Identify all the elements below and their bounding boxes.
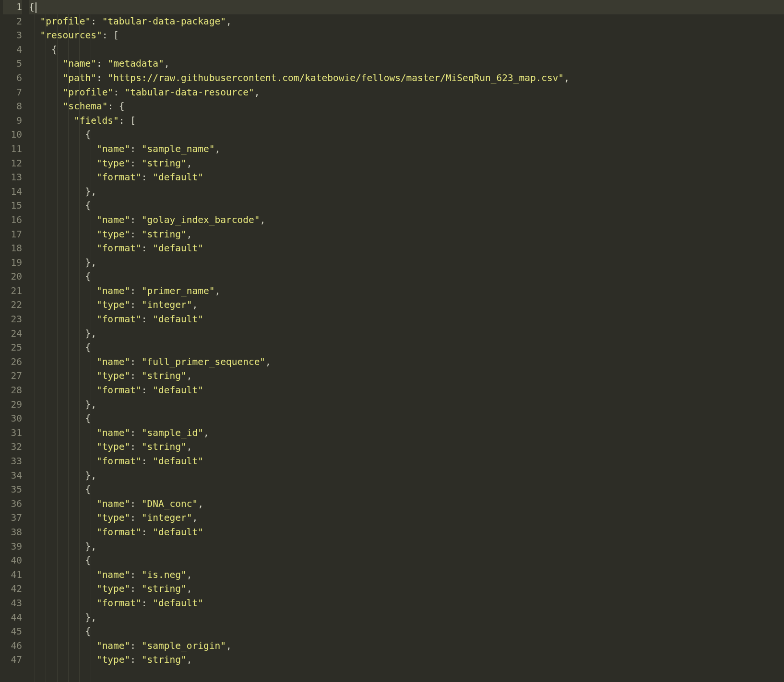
- token-s: "string": [142, 370, 187, 381]
- token-p: :: [130, 640, 141, 651]
- code-line[interactable]: "format": "default": [29, 383, 784, 398]
- line-number: 13: [3, 170, 22, 185]
- token-s: "integer": [142, 512, 192, 523]
- code-editor[interactable]: 1234567891011121314151617181920212223242…: [0, 0, 784, 682]
- code-line[interactable]: "name": "sample_origin",: [29, 639, 784, 653]
- code-line[interactable]: {: [29, 624, 784, 639]
- token-s: "type": [96, 299, 130, 310]
- token-s: "fields": [74, 115, 119, 126]
- line-number: 37: [3, 511, 22, 525]
- line-number: 26: [3, 355, 22, 369]
- line-number: 29: [3, 398, 22, 412]
- code-area[interactable]: { "profile": "tabular-data-package", "re…: [27, 0, 784, 682]
- token-s: "type": [96, 583, 130, 594]
- code-line[interactable]: "type": "string",: [29, 582, 784, 596]
- code-line[interactable]: "name": "primer_name",: [29, 284, 784, 298]
- line-number: 31: [3, 426, 22, 440]
- code-line[interactable]: {: [29, 553, 784, 568]
- code-line[interactable]: },: [29, 327, 784, 341]
- code-line[interactable]: "profile": "tabular-data-resource",: [29, 85, 784, 100]
- token-s: "format": [96, 527, 142, 538]
- token-p: ,: [214, 285, 220, 296]
- token-p: ,: [164, 58, 170, 69]
- line-number: 33: [3, 454, 22, 469]
- line-number: 17: [3, 227, 22, 242]
- code-line[interactable]: "path": "https://raw.githubusercontent.c…: [29, 71, 784, 85]
- code-line[interactable]: "name": "is.neg",: [29, 568, 784, 582]
- code-line[interactable]: "format": "default": [29, 454, 784, 469]
- code-line[interactable]: "name": "golay_index_barcode",: [29, 213, 784, 227]
- code-line[interactable]: "schema": {: [29, 99, 784, 114]
- token-s: "name": [62, 58, 96, 69]
- token-s: "type": [96, 370, 130, 381]
- code-line[interactable]: "format": "default": [29, 596, 784, 611]
- token-p: :: [130, 356, 141, 367]
- code-line[interactable]: {: [29, 482, 784, 497]
- code-line[interactable]: },: [29, 611, 784, 625]
- code-line[interactable]: "type": "string",: [29, 156, 784, 171]
- line-number: 30: [3, 412, 22, 426]
- code-line[interactable]: "name": "sample_id",: [29, 426, 784, 440]
- code-line[interactable]: {: [29, 43, 784, 57]
- token-p: ,: [187, 569, 192, 580]
- code-line[interactable]: "name": "DNA_conc",: [29, 497, 784, 511]
- token-p: :: [96, 58, 107, 69]
- token-p: },: [85, 399, 96, 410]
- token-s: "full_primer_sequence": [142, 356, 265, 367]
- line-number: 9: [3, 114, 22, 128]
- code-line[interactable]: {: [29, 341, 784, 355]
- line-number: 28: [3, 383, 22, 398]
- code-line[interactable]: "format": "default": [29, 170, 784, 185]
- token-p: :: [142, 456, 153, 467]
- token-p: :: [96, 72, 107, 83]
- token-s: "format": [96, 172, 142, 183]
- code-line[interactable]: {: [29, 0, 784, 14]
- code-line[interactable]: },: [29, 256, 784, 270]
- token-p: ,: [226, 640, 232, 651]
- line-number: 22: [3, 298, 22, 312]
- code-line[interactable]: "name": "metadata",: [29, 57, 784, 71]
- token-p: :: [142, 527, 153, 538]
- code-line[interactable]: "type": "integer",: [29, 298, 784, 312]
- token-s: "default": [153, 527, 203, 538]
- code-line[interactable]: "type": "string",: [29, 227, 784, 242]
- token-p: {: [85, 342, 91, 353]
- code-line[interactable]: "type": "string",: [29, 440, 784, 454]
- code-line[interactable]: "format": "default": [29, 312, 784, 327]
- token-s: "name": [96, 427, 130, 438]
- token-p: {: [85, 200, 91, 211]
- code-line[interactable]: },: [29, 469, 784, 483]
- code-line[interactable]: {: [29, 270, 784, 284]
- code-line[interactable]: "format": "default": [29, 241, 784, 256]
- code-line[interactable]: "type": "string",: [29, 369, 784, 383]
- token-p: {: [85, 626, 91, 637]
- token-p: :: [130, 498, 141, 509]
- code-line[interactable]: "format": "default": [29, 525, 784, 540]
- code-line[interactable]: {: [29, 128, 784, 142]
- token-p: :: [130, 214, 141, 225]
- token-p: ,: [187, 370, 192, 381]
- token-p: },: [85, 186, 96, 197]
- code-line[interactable]: "fields": [: [29, 114, 784, 128]
- code-line[interactable]: "name": "sample_name",: [29, 142, 784, 156]
- code-line[interactable]: {: [29, 199, 784, 213]
- token-p: ,: [260, 214, 265, 225]
- token-p: :: [130, 158, 141, 169]
- code-line[interactable]: "name": "full_primer_sequence",: [29, 355, 784, 369]
- token-s: "format": [96, 598, 142, 609]
- token-p: ,: [214, 143, 220, 154]
- token-s: "default": [153, 172, 203, 183]
- token-p: ,: [187, 583, 192, 594]
- token-s: "tabular-data-package": [102, 16, 226, 27]
- code-line[interactable]: "profile": "tabular-data-package",: [29, 14, 784, 29]
- code-line[interactable]: },: [29, 398, 784, 412]
- token-p: ,: [226, 16, 232, 27]
- code-line[interactable]: },: [29, 540, 784, 554]
- code-line[interactable]: },: [29, 185, 784, 199]
- code-line[interactable]: "type": "integer",: [29, 511, 784, 525]
- code-line[interactable]: {: [29, 412, 784, 426]
- line-number: 1: [3, 0, 22, 14]
- code-line[interactable]: "type": "string",: [29, 653, 784, 667]
- code-line[interactable]: "resources": [: [29, 28, 784, 43]
- line-number: 46: [3, 639, 22, 653]
